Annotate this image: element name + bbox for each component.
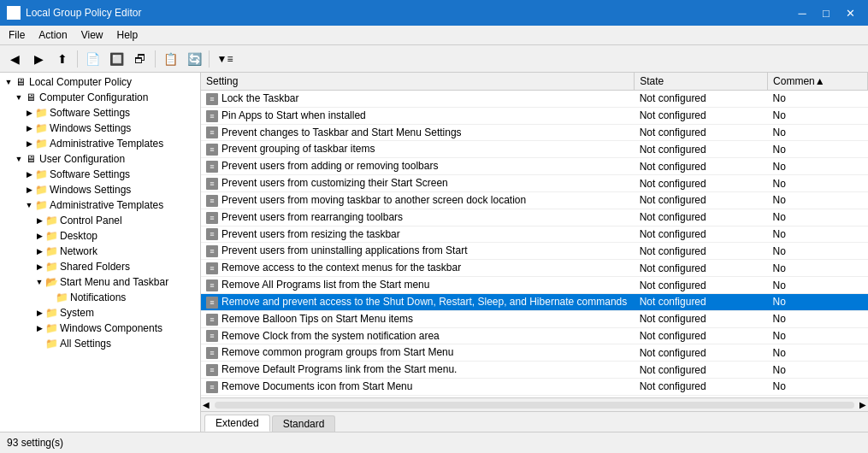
- label-control-panel: Control Panel: [60, 215, 122, 226]
- minimize-button[interactable]: ─: [791, 3, 813, 22]
- icon-admin-templates-user: 📁: [34, 198, 48, 212]
- cell-comment: No: [768, 362, 868, 379]
- sidebar-item-local-computer-policy[interactable]: ▼🖥Local Computer Policy: [0, 74, 200, 90]
- tab-extended[interactable]: Extended: [204, 415, 270, 432]
- icon-network: 📁: [44, 244, 58, 258]
- table-row[interactable]: ≡Pin Apps to Start when installedNot con…: [201, 107, 868, 124]
- cell-state: Not configured: [635, 141, 768, 158]
- table-row[interactable]: ≡Remove Clock from the system notificati…: [201, 327, 868, 344]
- sidebar-item-software-settings-user[interactable]: ▶📁Software Settings: [0, 167, 200, 182]
- horizontal-scrollbar[interactable]: ◀ ▶: [201, 397, 868, 411]
- cell-state: Not configured: [635, 379, 768, 396]
- table-row[interactable]: ≡Lock the TaskbarNot configuredNo: [201, 91, 868, 108]
- policy-table: Setting State Commen▲ ≡Lock the TaskbarN…: [201, 73, 868, 397]
- icon-software-settings-user: 📁: [34, 168, 48, 181]
- cell-comment: No: [768, 124, 868, 141]
- sidebar-item-control-panel[interactable]: ▶📁Control Panel: [0, 213, 200, 228]
- sidebar-item-notifications[interactable]: 📁Notifications: [0, 290, 200, 305]
- cell-comment: No: [768, 91, 868, 108]
- sidebar-item-all-settings[interactable]: 📁All Settings: [0, 336, 200, 351]
- table-row[interactable]: ≡Prevent users from resizing the taskbar…: [201, 226, 868, 243]
- up-button[interactable]: ⬆: [51, 48, 74, 70]
- cell-comment: No: [768, 344, 868, 362]
- sidebar-item-software-settings-comp[interactable]: ▶📁Software Settings: [0, 105, 200, 121]
- menu-bar: File Action View Help: [0, 26, 868, 45]
- sidebar-item-system[interactable]: ▶📁System: [0, 305, 200, 321]
- sidebar-item-admin-templates-user[interactable]: ▼📁Administrative Templates: [0, 197, 200, 213]
- sidebar-item-windows-settings-comp[interactable]: ▶📁Windows Settings: [0, 121, 200, 136]
- table-row[interactable]: ≡Remove Documents icon from Start MenuNo…: [201, 379, 868, 396]
- cell-setting: ≡Prevent users from adding or removing t…: [201, 158, 635, 175]
- sidebar-item-admin-templates-comp[interactable]: ▶📁Administrative Templates: [0, 136, 200, 151]
- close-button[interactable]: ✕: [839, 3, 861, 22]
- col-header-state[interactable]: State: [635, 73, 768, 91]
- maximize-button[interactable]: □: [815, 3, 837, 22]
- setting-icon: ≡: [206, 110, 218, 122]
- expander-admin-templates-comp: ▶: [24, 138, 34, 150]
- expander-shared-folders: ▶: [34, 261, 44, 273]
- sidebar-item-user-configuration[interactable]: ▼🖥User Configuration: [0, 151, 200, 167]
- sidebar-item-windows-settings-user[interactable]: ▶📁Windows Settings: [0, 182, 200, 197]
- sidebar-item-windows-components[interactable]: ▶📁Windows Components: [0, 321, 200, 336]
- setting-icon: ≡: [206, 144, 218, 156]
- tab-standard[interactable]: Standard: [272, 415, 336, 432]
- cell-comment: No: [768, 141, 868, 158]
- table-row[interactable]: ≡Prevent users from customizing their St…: [201, 175, 868, 192]
- col-header-comment[interactable]: Commen▲: [768, 73, 868, 91]
- table-row[interactable]: ≡Remove Balloon Tips on Start Menu items…: [201, 310, 868, 327]
- export-button[interactable]: 📋: [159, 48, 181, 70]
- sidebar-item-computer-configuration[interactable]: ▼🖥Computer Configuration: [0, 90, 200, 105]
- icon-all-settings: 📁: [44, 337, 58, 350]
- cell-setting: ≡Lock the Taskbar: [201, 91, 635, 108]
- cell-setting: ≡Remove common program groups from Start…: [201, 344, 635, 362]
- back-button[interactable]: ◀: [3, 48, 26, 70]
- icon-windows-settings-comp: 📁: [34, 121, 48, 135]
- menu-action[interactable]: Action: [33, 27, 72, 43]
- cell-setting: ≡Remove Default Programs link from the S…: [201, 362, 635, 379]
- table-row[interactable]: ≡Remove All Programs list from the Start…: [201, 277, 868, 294]
- sidebar-item-network[interactable]: ▶📁Network: [0, 244, 200, 259]
- menu-file[interactable]: File: [3, 27, 30, 43]
- properties-button[interactable]: 🔲: [105, 48, 127, 70]
- label-computer-configuration: Computer Configuration: [39, 91, 148, 103]
- sidebar-item-shared-folders[interactable]: ▶📁Shared Folders: [0, 259, 200, 274]
- title-bar-left: 🖥 Local Group Policy Editor: [7, 6, 141, 20]
- table-row[interactable]: ≡Prevent users from adding or removing t…: [201, 158, 868, 175]
- table-row[interactable]: ≡Prevent grouping of taskbar itemsNot co…: [201, 141, 868, 158]
- menu-help[interactable]: Help: [112, 27, 144, 43]
- cell-comment: No: [768, 327, 868, 344]
- table-row[interactable]: ≡Remove and prevent access to the Shut D…: [201, 293, 868, 310]
- col-header-setting[interactable]: Setting: [201, 73, 635, 91]
- table-row[interactable]: ≡Remove common program groups from Start…: [201, 344, 868, 362]
- table-row[interactable]: ≡Prevent users from uninstalling applica…: [201, 243, 868, 260]
- table-row[interactable]: ≡Remove Default Programs link from the S…: [201, 362, 868, 379]
- menu-view[interactable]: View: [76, 27, 109, 43]
- icon-control-panel: 📁: [44, 214, 58, 227]
- icon-windows-settings-user: 📁: [34, 183, 48, 197]
- table-row[interactable]: ≡Prevent users from moving taskbar to an…: [201, 191, 868, 209]
- cell-comment: No: [768, 107, 868, 124]
- sidebar-item-start-menu-taskbar[interactable]: ▼📂Start Menu and Taskbar: [0, 274, 200, 290]
- show-hide-button[interactable]: 📄: [81, 48, 103, 70]
- status-bar: 93 setting(s): [0, 432, 868, 452]
- cell-state: Not configured: [635, 243, 768, 260]
- cell-setting: ≡Remove and prevent access to the Shut D…: [201, 293, 635, 310]
- cell-comment: No: [768, 209, 868, 226]
- help-button[interactable]: ▼≡: [213, 48, 237, 70]
- forward-button[interactable]: ▶: [27, 48, 50, 70]
- label-windows-components: Windows Components: [60, 322, 162, 334]
- table-row[interactable]: ≡Prevent users from rearranging toolbars…: [201, 209, 868, 226]
- refresh-button[interactable]: 🔄: [183, 48, 205, 70]
- tabs-bar: ExtendedStandard: [201, 411, 868, 432]
- label-software-settings-user: Software Settings: [50, 168, 130, 180]
- label-all-settings: All Settings: [60, 338, 111, 350]
- table-row[interactable]: ≡Remove access to the context menus for …: [201, 260, 868, 277]
- expander-start-menu-taskbar: ▼: [34, 276, 44, 288]
- new-window-button[interactable]: 🗗: [129, 48, 151, 70]
- expander-computer-configuration: ▼: [14, 91, 24, 103]
- expander-software-settings-user: ▶: [24, 168, 34, 180]
- table-row[interactable]: ≡Prevent changes to Taskbar and Start Me…: [201, 124, 868, 141]
- icon-local-computer-policy: 🖥: [14, 75, 27, 89]
- sidebar-item-desktop[interactable]: ▶📁Desktop: [0, 228, 200, 244]
- cell-state: Not configured: [635, 91, 768, 108]
